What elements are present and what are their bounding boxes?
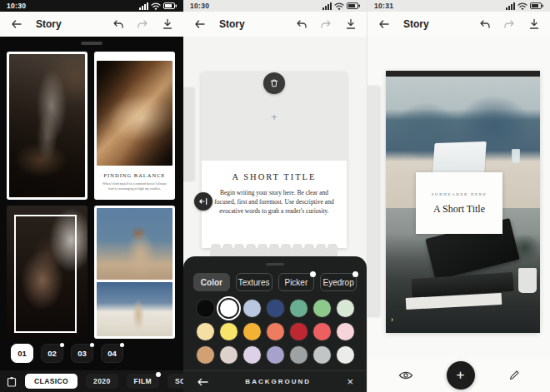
color-swatch[interactable] — [243, 346, 261, 364]
category-scrapbook[interactable]: SCRAPBOOK — [168, 374, 183, 389]
undo-button[interactable] — [112, 19, 124, 30]
battery-icon — [163, 2, 177, 9]
subheader-text: SUBHEADER HERE — [416, 192, 502, 196]
undo-button[interactable] — [478, 19, 491, 30]
sheet-footer: BACKGROUND × — [183, 370, 367, 392]
download-button[interactable] — [528, 18, 540, 30]
category-bar: CLASICO 2020 FILM SCRAPBOOK — [0, 370, 183, 392]
redo-button[interactable] — [320, 19, 332, 30]
color-swatch[interactable] — [197, 323, 214, 340]
color-swatch[interactable] — [313, 346, 331, 364]
template-thumb-duo[interactable] — [94, 206, 175, 339]
card-title[interactable]: A SHORT TITLE — [202, 172, 347, 181]
page-title: Story — [403, 18, 429, 30]
color-swatch[interactable] — [337, 323, 354, 340]
new-dot — [310, 271, 316, 277]
new-dot — [120, 343, 124, 347]
status-bar: 10:31 — [368, 0, 550, 12]
add-page-button[interactable]: + — [447, 361, 475, 390]
card-body[interactable]: Begin writing your story here. Be clear … — [202, 188, 347, 216]
download-button[interactable] — [162, 18, 173, 30]
photo-placeholder[interactable]: + — [202, 72, 347, 161]
redo-button[interactable] — [137, 19, 149, 30]
color-swatch[interactable] — [243, 323, 261, 340]
close-button[interactable]: × — [347, 376, 353, 387]
page-tab-04[interactable]: 04 — [101, 344, 123, 363]
color-swatch[interactable] — [220, 346, 238, 364]
preview-canvas: › SUBHEADER HERE A Short Title — [368, 37, 550, 358]
template-thumb-finding-balance[interactable]: FINDING BALANCE When I find myself in a … — [94, 52, 175, 200]
prev-page-peek[interactable] — [368, 86, 380, 317]
screen-template-browser: 10:30 Story FINDING BALANCE — [0, 0, 183, 392]
color-swatch[interactable] — [290, 323, 308, 340]
template-thumb-smoke[interactable] — [7, 52, 88, 200]
prev-page-peek[interactable] — [183, 87, 194, 181]
sheet-drag-handle[interactable] — [266, 263, 284, 265]
preview-button[interactable] — [398, 370, 413, 380]
color-swatch[interactable] — [290, 346, 308, 364]
category-2020[interactable]: 2020 — [86, 374, 118, 389]
tab-color[interactable]: Color — [193, 273, 230, 291]
trash-icon — [269, 78, 279, 88]
color-swatch[interactable] — [313, 323, 331, 340]
undo-button[interactable] — [295, 19, 308, 30]
color-swatch[interactable] — [290, 300, 308, 317]
back-arrow-icon — [10, 18, 22, 30]
app-bar: Story — [183, 12, 367, 37]
delete-button[interactable] — [263, 72, 285, 94]
undo-icon — [295, 19, 308, 30]
page-tab-03[interactable]: 03 — [71, 344, 93, 363]
title-card[interactable]: SUBHEADER HERE A Short Title — [416, 172, 502, 234]
redo-button[interactable] — [503, 19, 516, 30]
app: 10:30 Story FINDING BALANCE — [0, 0, 550, 392]
back-arrow-icon — [193, 18, 206, 30]
page-tab-02[interactable]: 02 — [41, 344, 63, 363]
status-bar: 10:30 — [0, 0, 183, 12]
category-film[interactable]: FILM — [127, 374, 159, 389]
tab-picker[interactable]: Picker — [278, 273, 315, 291]
back-button[interactable] — [193, 18, 206, 30]
undo-icon — [112, 19, 124, 30]
color-swatch-selected[interactable] — [220, 300, 238, 317]
battery-icon — [530, 2, 543, 9]
swipe-left-button[interactable] — [194, 192, 212, 211]
color-swatch[interactable] — [267, 300, 284, 317]
page-title: Story — [219, 18, 245, 30]
color-swatch[interactable] — [267, 323, 284, 340]
tab-eyedrop[interactable]: Eyedrop — [320, 273, 357, 291]
bottom-toolbar: + — [368, 358, 550, 392]
tab-textures[interactable]: Textures — [236, 273, 272, 291]
signal-icon — [506, 2, 515, 10]
color-swatch[interactable] — [243, 300, 261, 317]
back-button[interactable] — [10, 18, 22, 30]
color-swatch[interactable] — [267, 346, 284, 364]
page-tab-01[interactable]: 01 — [11, 344, 33, 363]
app-bar: Story — [0, 12, 183, 37]
category-clasico[interactable]: CLASICO — [25, 374, 78, 389]
page-title: Story — [36, 18, 62, 30]
back-button[interactable] — [378, 18, 390, 30]
template-body-line: find it encouraging to light my candles. — [97, 186, 172, 191]
story-page[interactable]: › SUBHEADER HERE A Short Title — [386, 71, 540, 333]
template-thumb-hair[interactable] — [7, 206, 88, 339]
wifi-icon — [151, 2, 161, 10]
color-swatch[interactable] — [337, 300, 354, 317]
plant-pot-shape — [518, 268, 537, 293]
clipboard-icon[interactable] — [7, 376, 17, 387]
title-text: A Short Title — [416, 203, 502, 216]
color-swatch[interactable] — [313, 300, 331, 317]
color-swatch[interactable] — [197, 346, 214, 364]
app-bar: Story — [368, 12, 550, 37]
download-button[interactable] — [345, 18, 357, 30]
new-dot — [60, 343, 64, 347]
beach-photo — [97, 282, 172, 336]
collapse-back-button[interactable] — [197, 377, 209, 387]
templates-panel: FINDING BALANCE When I find myself in a … — [0, 37, 183, 392]
new-dot — [352, 271, 358, 277]
story-card[interactable]: + A SHORT TITLE Begin writing your story… — [202, 72, 347, 248]
color-swatch[interactable] — [337, 346, 354, 364]
color-swatch[interactable] — [220, 323, 238, 340]
status-bar: 10:30 — [183, 0, 367, 12]
edit-button[interactable] — [508, 370, 520, 381]
color-swatch[interactable] — [197, 300, 214, 317]
